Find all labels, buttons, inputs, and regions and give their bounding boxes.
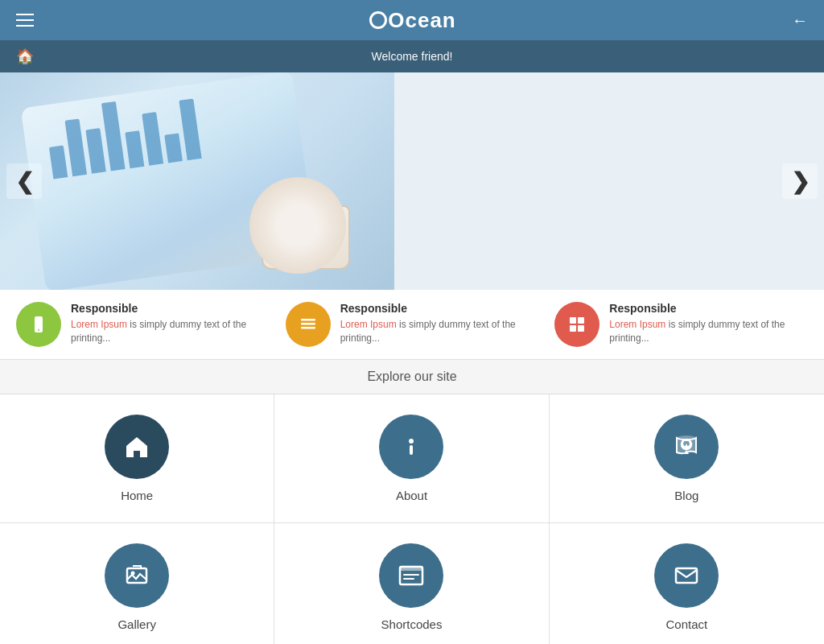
back-button[interactable]: ← bbox=[792, 11, 808, 30]
home-icon[interactable]: 🏠 bbox=[16, 47, 34, 65]
svg-rect-7 bbox=[570, 325, 576, 332]
next-button[interactable]: ❯ bbox=[782, 163, 818, 199]
o-icon bbox=[369, 11, 387, 29]
svg-point-9 bbox=[409, 439, 414, 444]
feature-item-3: Responsible Lorem Ipsum is simply dummy … bbox=[546, 302, 816, 347]
feature-icon-1 bbox=[16, 302, 61, 347]
app-title: Ocean bbox=[369, 8, 456, 33]
svg-rect-4 bbox=[301, 327, 315, 329]
svg-rect-5 bbox=[570, 317, 576, 324]
svg-rect-8 bbox=[578, 325, 584, 332]
nav-cell-gallery[interactable]: Gallery bbox=[0, 523, 274, 644]
gallery-nav-icon bbox=[105, 543, 169, 608]
feature-icon-3 bbox=[554, 302, 599, 347]
nav-cell-shortcodes[interactable]: Shortcodes bbox=[274, 523, 549, 644]
menu-button[interactable] bbox=[16, 14, 34, 27]
svg-rect-6 bbox=[578, 317, 584, 324]
feature-item-2: Responsible Lorem Ipsum is simply dummy … bbox=[278, 302, 547, 347]
nav-cell-contact[interactable]: Contact bbox=[550, 523, 824, 644]
header: Ocean ← bbox=[0, 0, 824, 40]
svg-rect-17 bbox=[403, 574, 419, 576]
nav-cell-home[interactable]: Home bbox=[0, 394, 274, 523]
svg-rect-10 bbox=[410, 445, 413, 455]
feature-item-1: Responsible Lorem Ipsum is simply dummy … bbox=[8, 302, 278, 347]
svg-rect-19 bbox=[676, 568, 697, 583]
features-section: Responsible Lorem Ipsum is simply dummy … bbox=[0, 290, 824, 360]
nav-cell-blog[interactable]: Blog bbox=[550, 394, 824, 523]
bar-4 bbox=[101, 101, 126, 171]
slideshow: ❮ ❯ bbox=[0, 72, 824, 290]
bar-2 bbox=[64, 118, 87, 176]
feature-text-2: Responsible Lorem Ipsum is simply dummy … bbox=[340, 302, 539, 345]
bar-7 bbox=[164, 133, 183, 163]
svg-rect-18 bbox=[403, 578, 414, 580]
about-nav-icon bbox=[379, 415, 443, 479]
bar-5 bbox=[125, 130, 144, 168]
nav-cell-about[interactable]: About bbox=[274, 394, 549, 523]
explore-title: Explore our site bbox=[367, 369, 456, 383]
contact-nav-icon bbox=[654, 543, 719, 608]
slide-image bbox=[0, 72, 394, 290]
contact-nav-label: Contact bbox=[665, 617, 707, 631]
home-nav-icon bbox=[105, 415, 169, 479]
welcome-bar: 🏠 Welcome friend! bbox=[0, 40, 824, 72]
gallery-nav-label: Gallery bbox=[117, 617, 156, 631]
home-nav-label: Home bbox=[121, 489, 153, 502]
svg-rect-16 bbox=[400, 567, 422, 571]
lorem-link-3[interactable]: Lorem Ipsum bbox=[609, 319, 665, 330]
svg-rect-3 bbox=[301, 323, 315, 325]
feature-icon-2 bbox=[286, 302, 331, 347]
prev-button[interactable]: ❮ bbox=[6, 163, 42, 199]
shortcodes-nav-label: Shortcodes bbox=[381, 617, 443, 631]
bar-6 bbox=[142, 112, 163, 166]
explore-section: Explore our site bbox=[0, 360, 824, 394]
feature-text-3: Responsible Lorem Ipsum is simply dummy … bbox=[609, 302, 808, 345]
bar-3 bbox=[85, 128, 105, 174]
lorem-link-1[interactable]: Lorem Ipsum bbox=[71, 319, 127, 330]
svg-rect-2 bbox=[301, 319, 315, 321]
chart-bars bbox=[44, 94, 201, 179]
welcome-text: Welcome friend! bbox=[372, 50, 453, 63]
lorem-link-2[interactable]: Lorem Ipsum bbox=[340, 319, 397, 330]
blog-nav-icon bbox=[654, 415, 719, 479]
about-nav-label: About bbox=[396, 489, 427, 502]
coffee-cup bbox=[262, 205, 350, 270]
bar-8 bbox=[179, 98, 201, 160]
svg-point-1 bbox=[38, 329, 39, 331]
feature-text-1: Responsible Lorem Ipsum is simply dummy … bbox=[71, 302, 270, 345]
bar-1 bbox=[49, 145, 68, 179]
blog-nav-label: Blog bbox=[674, 489, 698, 502]
shortcodes-nav-icon bbox=[379, 543, 443, 608]
nav-grid: Home About Blog Gallery Shortcodes Conta… bbox=[0, 394, 824, 644]
